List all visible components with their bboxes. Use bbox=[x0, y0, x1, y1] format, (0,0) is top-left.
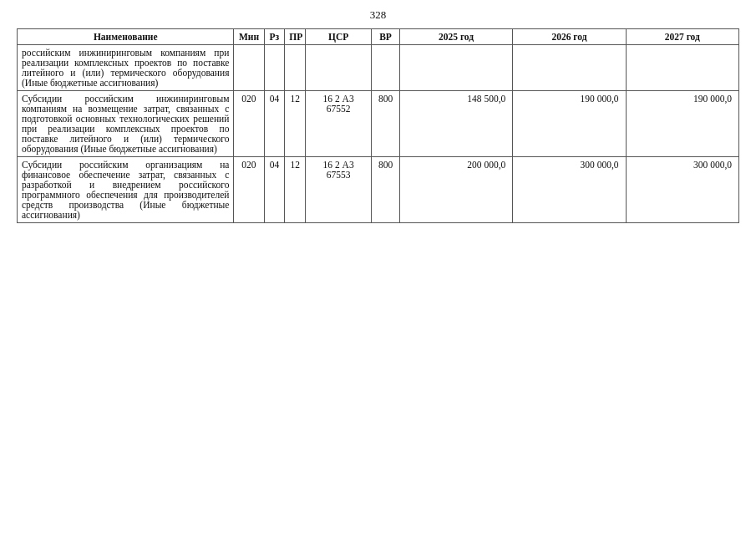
row3-2027: 300 000,0 bbox=[626, 157, 738, 223]
row3-description: Субсидии российским организациям на фина… bbox=[18, 157, 234, 223]
row2-rz: 04 bbox=[264, 91, 285, 157]
row3-2025: 200 000,0 bbox=[399, 157, 512, 223]
header-min: Мин bbox=[234, 29, 264, 45]
budget-table: Наименование Мин Рз ПР ЦСР ВР 2025 год 2… bbox=[17, 28, 739, 223]
row1-vr bbox=[372, 45, 400, 91]
row2-vr: 800 bbox=[372, 91, 400, 157]
row3-min: 020 bbox=[234, 157, 264, 223]
row3-2026: 300 000,0 bbox=[513, 157, 626, 223]
table-row: Субсидии российским организациям на фина… bbox=[18, 157, 739, 223]
row1-csr bbox=[306, 45, 372, 91]
row3-rz: 04 bbox=[264, 157, 285, 223]
row1-rz bbox=[264, 45, 285, 91]
row2-description: Субсидии российским инжиниринговым компа… bbox=[18, 91, 234, 157]
header-vr: ВР bbox=[372, 29, 400, 45]
header-name: Наименование bbox=[18, 29, 234, 45]
header-2025: 2025 год bbox=[399, 29, 512, 45]
row2-2027: 190 000,0 bbox=[626, 91, 738, 157]
row3-vr: 800 bbox=[372, 157, 400, 223]
header-2026: 2026 год bbox=[513, 29, 626, 45]
header-rz: Рз bbox=[264, 29, 285, 45]
table-row: Субсидии российским инжиниринговым компа… bbox=[18, 91, 739, 157]
row3-pr: 12 bbox=[285, 157, 306, 223]
row1-2025 bbox=[399, 45, 512, 91]
row1-min bbox=[234, 45, 264, 91]
table-row: российским инжиниринговым компаниям при … bbox=[18, 45, 739, 91]
row2-2026: 190 000,0 bbox=[513, 91, 626, 157]
row2-min: 020 bbox=[234, 91, 264, 157]
row1-2027 bbox=[626, 45, 738, 91]
row2-2025: 148 500,0 bbox=[399, 91, 512, 157]
header-2027: 2027 год bbox=[626, 29, 738, 45]
page-number: 328 bbox=[17, 8, 739, 22]
table-header-row: Наименование Мин Рз ПР ЦСР ВР 2025 год 2… bbox=[18, 29, 739, 45]
header-csr: ЦСР bbox=[306, 29, 372, 45]
row1-2026 bbox=[513, 45, 626, 91]
row2-csr: 16 2 А3 67552 bbox=[306, 91, 372, 157]
header-pr: ПР bbox=[285, 29, 306, 45]
row3-csr: 16 2 А3 67553 bbox=[306, 157, 372, 223]
row1-description: российским инжиниринговым компаниям при … bbox=[18, 45, 234, 91]
row2-pr: 12 bbox=[285, 91, 306, 157]
row1-pr bbox=[285, 45, 306, 91]
